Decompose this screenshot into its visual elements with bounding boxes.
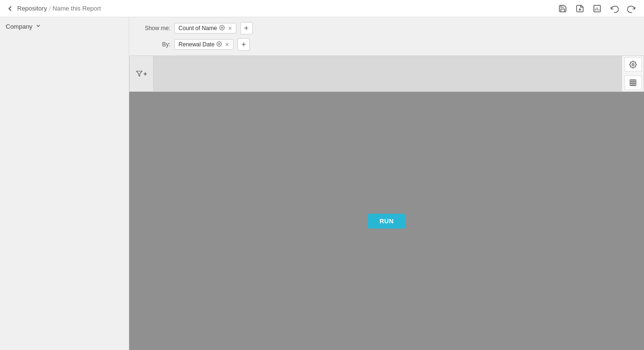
by-row: By: Renewal Date ✕ + — [137, 38, 636, 51]
svg-point-5 — [632, 64, 634, 66]
company-label: Company — [6, 23, 33, 30]
content-wrapper: Show me: Count of Name ✕ + By: — [129, 17, 644, 350]
top-bar: Repository / — [0, 0, 644, 17]
report-name-input[interactable] — [53, 5, 148, 12]
top-bar-right — [556, 2, 638, 15]
show-me-label: Show me: — [137, 25, 170, 32]
breadcrumb-separator: / — [49, 5, 51, 12]
table-header-area — [154, 56, 622, 91]
main-area: Company Show me: Count of Name — [0, 17, 644, 350]
svg-marker-4 — [136, 71, 142, 77]
top-bar-left: Repository / — [6, 4, 148, 13]
svg-point-3 — [219, 44, 220, 45]
filter-add-button[interactable]: + — [136, 70, 147, 77]
show-me-row: Show me: Count of Name ✕ + — [137, 22, 636, 34]
back-button[interactable] — [6, 4, 14, 13]
by-close-icon[interactable]: ✕ — [225, 42, 229, 48]
chart-button[interactable] — [590, 2, 604, 15]
show-me-pill-text: Count of Name — [178, 25, 217, 32]
by-gear-icon[interactable] — [216, 41, 222, 48]
filter-header-area: + — [129, 55, 644, 92]
by-label: By: — [137, 41, 170, 48]
by-pill-text: Renewal Date — [178, 41, 214, 48]
filter-bar: + — [130, 56, 154, 91]
settings-icon-button[interactable] — [624, 57, 642, 72]
run-button[interactable]: RUN — [368, 214, 405, 229]
chevron-down-icon — [35, 23, 41, 30]
filter-plus-icon: + — [144, 70, 147, 77]
right-icons-panel — [622, 56, 644, 91]
undo-button[interactable] — [608, 2, 621, 15]
breadcrumb: Repository / — [17, 5, 148, 12]
show-me-gear-icon[interactable] — [219, 25, 225, 32]
top-controls-area: Show me: Count of Name ✕ + By: — [129, 17, 644, 55]
by-pill: Renewal Date ✕ — [174, 39, 233, 50]
svg-point-2 — [221, 27, 222, 29]
save-button[interactable] — [556, 2, 569, 15]
redo-button[interactable] — [625, 2, 638, 15]
show-me-close-icon[interactable]: ✕ — [228, 25, 232, 32]
data-area: RUN — [129, 92, 644, 350]
table-view-icon-button[interactable] — [624, 76, 642, 90]
by-add-button[interactable]: + — [237, 38, 250, 51]
export-button[interactable] — [573, 2, 587, 15]
svg-rect-6 — [630, 80, 636, 86]
company-selector[interactable]: Company — [6, 21, 123, 32]
show-me-pill: Count of Name ✕ — [174, 23, 236, 33]
breadcrumb-repo[interactable]: Repository — [17, 5, 47, 12]
left-panel: Company — [0, 17, 129, 350]
show-me-add-button[interactable]: + — [240, 22, 253, 34]
